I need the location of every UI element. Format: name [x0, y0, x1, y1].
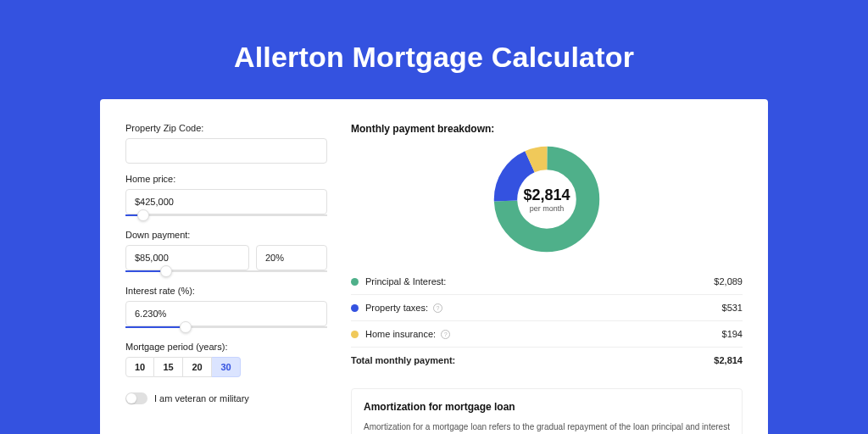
home-price-input[interactable] — [125, 189, 327, 214]
mortgage-period-group: 10152030 — [125, 357, 327, 377]
breakdown-panel: Monthly payment breakdown: $2,814 per mo… — [351, 123, 743, 434]
amortization-card: Amortization for mortgage loan Amortizat… — [351, 388, 743, 434]
legend-row: Principal & Interest:$2,089 — [351, 269, 743, 295]
period-option-15[interactable]: 15 — [154, 357, 183, 377]
interest-rate-input[interactable] — [125, 301, 327, 326]
home-price-label: Home price: — [125, 174, 327, 184]
total-value: $2,814 — [714, 355, 743, 365]
legend-value: $2,089 — [714, 276, 743, 287]
legend-dot — [351, 304, 359, 312]
zip-label: Property Zip Code: — [125, 123, 327, 133]
mortgage-period-label: Mortgage period (years): — [125, 342, 327, 352]
info-icon[interactable]: ? — [441, 330, 450, 339]
slider-fill — [125, 326, 186, 328]
legend-dot — [351, 331, 359, 338]
down-payment-label: Down payment: — [125, 230, 327, 240]
donut-amount: $2,814 — [523, 186, 570, 204]
legend-label: Property taxes: — [365, 303, 428, 313]
page-title: Allerton Mortgage Calculator — [0, 0, 868, 99]
period-option-10[interactable]: 10 — [125, 357, 154, 377]
down-payment-pct-input[interactable] — [256, 245, 327, 270]
total-label: Total monthly payment: — [351, 355, 455, 365]
slider-track — [125, 214, 327, 216]
period-option-20[interactable]: 20 — [183, 357, 212, 377]
zip-input[interactable] — [125, 138, 327, 164]
interest-rate-label: Interest rate (%): — [125, 286, 327, 296]
legend-row: Home insurance:?$194 — [351, 321, 743, 348]
slider-thumb[interactable] — [160, 265, 172, 277]
donut-sublabel: per month — [523, 204, 570, 213]
legend-dot — [351, 278, 359, 286]
legend-value: $194 — [722, 329, 743, 339]
slider-thumb[interactable] — [180, 321, 192, 333]
donut-chart: $2,814 per month — [351, 145, 743, 253]
down-payment-slider[interactable] — [125, 269, 327, 275]
amortization-text: Amortization for a mortgage loan refers … — [364, 421, 730, 434]
toggle-knob — [126, 393, 136, 403]
slider-thumb[interactable] — [137, 209, 149, 221]
total-row: Total monthly payment: $2,814 — [351, 348, 743, 373]
veteran-toggle[interactable] — [125, 392, 147, 404]
down-payment-input[interactable] — [125, 245, 249, 270]
interest-rate-slider[interactable] — [125, 325, 327, 331]
breakdown-heading: Monthly payment breakdown: — [351, 123, 743, 135]
legend-value: $531 — [722, 303, 743, 313]
info-icon[interactable]: ? — [433, 303, 442, 313]
veteran-toggle-label: I am veteran or military — [154, 393, 249, 403]
legend-label: Principal & Interest: — [365, 276, 446, 287]
home-price-slider[interactable] — [125, 213, 327, 220]
period-option-30[interactable]: 30 — [212, 357, 241, 377]
legend-label: Home insurance: — [365, 329, 436, 339]
legend-row: Property taxes:?$531 — [351, 295, 743, 321]
amortization-title: Amortization for mortgage loan — [364, 401, 730, 413]
calculator-card: Property Zip Code: Home price: Down paym… — [100, 99, 768, 434]
form-panel: Property Zip Code: Home price: Down paym… — [125, 123, 327, 434]
